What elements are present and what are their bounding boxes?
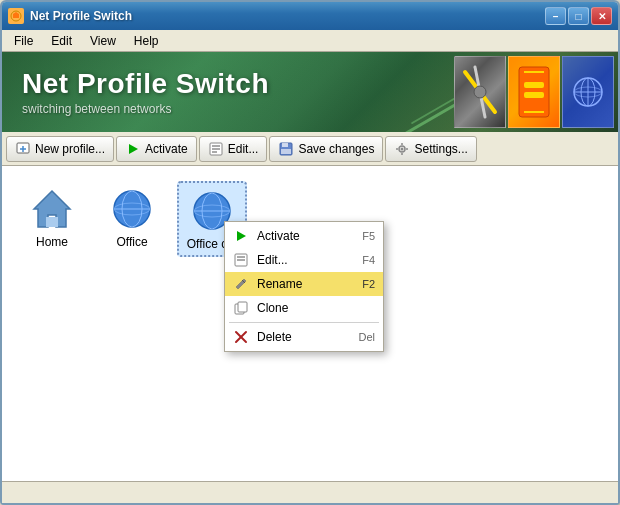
toolbar: New profile... Activate Edit... <box>2 132 618 166</box>
svg-point-3 <box>474 86 486 98</box>
content-area: Home Office <box>2 166 618 481</box>
profile-home-icon <box>28 185 76 233</box>
ctx-rename-label: Rename <box>257 277 354 291</box>
ctx-activate[interactable]: Activate F5 <box>225 224 383 248</box>
profile-home-label: Home <box>36 235 68 249</box>
menu-help[interactable]: Help <box>126 32 167 50</box>
profile-office[interactable]: Office <box>97 181 167 253</box>
ctx-clone[interactable]: Clone <box>225 296 383 320</box>
settings-icon <box>394 141 410 157</box>
save-icon <box>278 141 294 157</box>
profile-office-label: Office <box>116 235 147 249</box>
activate-button[interactable]: Activate <box>116 136 197 162</box>
new-profile-icon <box>15 141 31 157</box>
svg-marker-17 <box>129 144 138 154</box>
ctx-rename[interactable]: Rename F2 <box>225 272 383 296</box>
banner: Net Profile Switch switching between net… <box>2 52 618 132</box>
edit-icon <box>208 141 224 157</box>
statusbar <box>2 481 618 503</box>
ctx-delete-icon <box>233 329 249 345</box>
banner-shine2 <box>411 98 455 125</box>
settings-label: Settings... <box>414 142 467 156</box>
ctx-activate-label: Activate <box>257 229 354 243</box>
window-controls: – □ ✕ <box>545 7 612 25</box>
ctx-rename-icon <box>233 276 249 292</box>
ctx-clone-icon <box>233 300 249 316</box>
banner-images <box>450 52 618 132</box>
settings-button[interactable]: Settings... <box>385 136 476 162</box>
profile-office-icon <box>108 185 156 233</box>
edit-label: Edit... <box>228 142 259 156</box>
edit-button[interactable]: Edit... <box>199 136 268 162</box>
new-profile-label: New profile... <box>35 142 105 156</box>
menu-view[interactable]: View <box>82 32 124 50</box>
ctx-edit-shortcut: F4 <box>362 254 375 266</box>
svg-marker-41 <box>237 231 246 241</box>
banner-title: Net Profile Switch <box>22 68 269 100</box>
banner-subtitle: switching between networks <box>22 102 269 116</box>
svg-rect-6 <box>524 92 544 98</box>
svg-rect-23 <box>282 143 288 147</box>
ctx-delete[interactable]: Delete Del <box>225 325 383 349</box>
svg-point-26 <box>401 147 404 150</box>
ctx-clone-label: Clone <box>257 301 367 315</box>
svg-rect-32 <box>46 217 58 227</box>
save-changes-button[interactable]: Save changes <box>269 136 383 162</box>
activate-icon <box>125 141 141 157</box>
ctx-divider <box>229 322 379 323</box>
new-profile-button[interactable]: New profile... <box>6 136 114 162</box>
svg-rect-47 <box>238 302 247 312</box>
window-icon <box>8 8 24 24</box>
ctx-edit[interactable]: Edit... F4 <box>225 248 383 272</box>
banner-image-orange <box>508 56 560 128</box>
activate-label: Activate <box>145 142 188 156</box>
profile-home[interactable]: Home <box>17 181 87 253</box>
menu-file[interactable]: File <box>6 32 41 50</box>
ctx-rename-shortcut: F2 <box>362 278 375 290</box>
ctx-activate-shortcut: F5 <box>362 230 375 242</box>
banner-image-network <box>562 56 614 128</box>
ctx-delete-shortcut: Del <box>358 331 375 343</box>
window-title: Net Profile Switch <box>30 9 539 23</box>
banner-image-cable <box>454 56 506 128</box>
ctx-delete-label: Delete <box>257 330 350 344</box>
banner-text: Net Profile Switch switching between net… <box>22 68 269 116</box>
main-window: Net Profile Switch – □ ✕ File Edit View … <box>0 0 620 505</box>
ctx-edit-icon <box>233 252 249 268</box>
menu-edit[interactable]: Edit <box>43 32 80 50</box>
svg-rect-5 <box>524 82 544 88</box>
ctx-activate-icon <box>233 228 249 244</box>
context-menu: Activate F5 Edit... F4 <box>224 221 384 352</box>
svg-rect-24 <box>281 149 291 154</box>
ctx-edit-label: Edit... <box>257 253 354 267</box>
maximize-button[interactable]: □ <box>568 7 589 25</box>
titlebar: Net Profile Switch – □ ✕ <box>2 2 618 30</box>
close-button[interactable]: ✕ <box>591 7 612 25</box>
save-changes-label: Save changes <box>298 142 374 156</box>
menubar: File Edit View Help <box>2 30 618 52</box>
minimize-button[interactable]: – <box>545 7 566 25</box>
